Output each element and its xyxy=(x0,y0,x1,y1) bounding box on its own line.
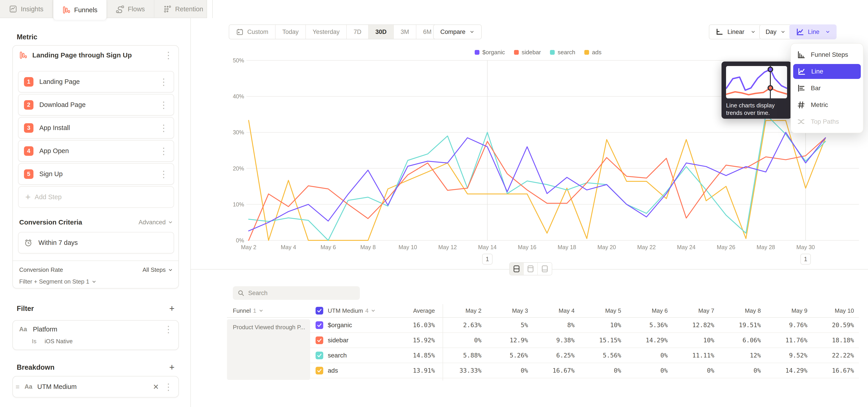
funnel-step-landing-page[interactable]: 1 Landing Page ⋮ xyxy=(18,71,174,92)
menu-item-line[interactable]: Line xyxy=(793,64,861,79)
scale-button[interactable]: Linear xyxy=(709,24,762,39)
range-3m[interactable]: 3M xyxy=(394,25,416,39)
step-label: Download Page xyxy=(39,101,86,108)
funnel-step-download-page[interactable]: 2 Download Page ⋮ xyxy=(18,94,174,116)
line-chart-icon xyxy=(796,28,804,36)
funnel-kebab-menu[interactable]: ⋮ xyxy=(164,51,173,60)
svg-text:May 6: May 6 xyxy=(320,244,336,250)
series-checkbox[interactable] xyxy=(315,321,323,329)
column-header-may-9[interactable]: May 9 xyxy=(761,307,807,314)
day-value: 12% xyxy=(714,352,761,359)
add-breakdown-button[interactable]: + xyxy=(169,362,175,372)
step-kebab-menu[interactable]: ⋮ xyxy=(159,169,168,179)
column-header-may-8[interactable]: May 8 xyxy=(714,307,761,314)
funnel-step-app-open[interactable]: 4 App Open ⋮ xyxy=(18,140,174,162)
remove-breakdown-icon[interactable]: ✕ xyxy=(153,383,159,391)
tooltip-text: Line charts display trends over time. xyxy=(726,102,788,117)
breakdown-table: Funnel1 UTM Medium 4AverageMay 2May 3May… xyxy=(227,304,859,378)
filter-card[interactable]: Aa Platform ⋮ Is iOS Native xyxy=(12,320,179,350)
legend-swatch xyxy=(584,50,589,55)
conversion-rate-label: Conversion Rate xyxy=(19,267,63,273)
chart-type-button[interactable]: Line xyxy=(789,24,837,39)
annotation-badge-may-30[interactable]: 1 xyxy=(800,254,811,264)
step-kebab-menu[interactable]: ⋮ xyxy=(159,147,168,156)
svg-text:May 8: May 8 xyxy=(360,244,376,250)
day-value: 16.67% xyxy=(528,367,575,374)
column-header-may-2[interactable]: May 2 xyxy=(435,307,482,314)
tab-insights[interactable]: Insights xyxy=(0,0,53,18)
menu-item-funnel-steps[interactable]: Funnel Steps xyxy=(791,46,863,63)
range-custom[interactable]: Custom xyxy=(229,25,276,39)
legend-item-sidebar[interactable]: sidebar xyxy=(514,49,541,56)
range-yesterday[interactable]: Yesterday xyxy=(306,25,347,39)
funnel-step-sign-up[interactable]: 5 Sign Up ⋮ xyxy=(18,163,174,185)
add-filter-button[interactable]: + xyxy=(169,304,175,314)
legend-item-organic[interactable]: $organic xyxy=(475,49,505,56)
advanced-dropdown[interactable]: Advanced xyxy=(138,219,173,226)
step-kebab-menu[interactable]: ⋮ xyxy=(159,77,168,86)
series-checkbox[interactable] xyxy=(315,337,323,344)
svg-text:20%: 20% xyxy=(233,165,244,171)
column-header-may-5[interactable]: May 5 xyxy=(575,307,621,314)
range-today[interactable]: Today xyxy=(276,25,306,39)
series-checkbox[interactable] xyxy=(315,367,323,374)
breakdown-kebab-menu[interactable]: ⋮ xyxy=(164,382,173,392)
column-header-may-3[interactable]: May 3 xyxy=(482,307,528,314)
svg-text:May 24: May 24 xyxy=(677,244,695,250)
day-value: 19.51% xyxy=(714,321,761,328)
column-header-may-10[interactable]: May 10 xyxy=(807,307,854,314)
compare-button[interactable]: Compare xyxy=(433,24,482,39)
filter-segment-dropdown[interactable]: Filter + Segment on Step 1 xyxy=(19,278,96,285)
filter-kebab-menu[interactable]: ⋮ xyxy=(164,325,173,334)
add-step-button[interactable]: + Add Step xyxy=(18,186,174,208)
query-builder-sidebar: Metric Landing Page through Sign Up ⋮ 1 … xyxy=(0,18,191,407)
column-header-average[interactable]: Average xyxy=(387,307,435,314)
annotation-badge-may-14[interactable]: 1 xyxy=(482,254,493,264)
interval-button[interactable]: Day xyxy=(759,24,792,39)
tab-retention[interactable]: Retention xyxy=(154,0,213,18)
svg-text:May 12: May 12 xyxy=(438,244,457,250)
menu-item-metric[interactable]: Metric xyxy=(791,97,863,113)
menu-item-bar[interactable]: Bar xyxy=(791,80,863,97)
layout-chart-focus-icon xyxy=(527,264,534,273)
svg-text:May 22: May 22 xyxy=(637,244,656,250)
column-header-may-6[interactable]: May 6 xyxy=(621,307,668,314)
day-value: 0% xyxy=(575,367,621,374)
breakdown-card[interactable]: ≡ Aa UTM Medium ✕ ⋮ xyxy=(12,376,179,398)
menu-item-label: Bar xyxy=(811,85,821,92)
search-input[interactable] xyxy=(248,290,355,296)
series-checkbox[interactable] xyxy=(315,352,323,359)
day-value: 9.76% xyxy=(761,321,807,328)
drag-handle-icon[interactable]: ≡ xyxy=(16,383,20,391)
step-kebab-menu[interactable]: ⋮ xyxy=(159,123,168,132)
step-kebab-menu[interactable]: ⋮ xyxy=(159,100,168,109)
layout-table-focus-button[interactable] xyxy=(538,263,552,275)
legend-item-ads[interactable]: ads xyxy=(584,49,601,56)
range-7d[interactable]: 7D xyxy=(347,25,369,39)
column-header-may-7[interactable]: May 7 xyxy=(668,307,714,314)
select-all-checkbox[interactable] xyxy=(315,307,323,315)
layout-chart-focus-button[interactable] xyxy=(524,263,538,275)
table-body: $organic16.03%2.63%5%8%10%5.36%12.82%19.… xyxy=(227,318,859,378)
filter-value[interactable]: iOS Native xyxy=(44,338,72,345)
filter-operator[interactable]: Is xyxy=(32,338,36,345)
conversion-rate-dropdown[interactable]: All Steps xyxy=(143,267,173,273)
table-column-divider xyxy=(442,304,443,380)
funnel-step-app-install[interactable]: 3 App Install ⋮ xyxy=(18,117,174,138)
tab-funnels[interactable]: Funnels xyxy=(53,0,107,20)
conversion-window-button[interactable]: Within 7 days xyxy=(18,232,174,253)
layout-split-rows-button[interactable] xyxy=(510,263,524,275)
funnel-column-dropdown[interactable]: Funnel1 xyxy=(233,307,264,314)
legend-item-search[interactable]: search xyxy=(550,49,575,56)
table-search[interactable] xyxy=(233,286,360,300)
breakdown-column-dropdown[interactable]: UTM Medium 4 xyxy=(310,307,387,315)
day-value: 14.29% xyxy=(621,337,668,344)
column-header-may-4[interactable]: May 4 xyxy=(528,307,575,314)
legend-swatch xyxy=(475,50,479,55)
menu-item-label: Line xyxy=(811,68,823,75)
retention-icon xyxy=(163,5,172,13)
range-30d[interactable]: 30D xyxy=(369,25,394,39)
day-value: 0% xyxy=(621,367,668,374)
tab-flows[interactable]: Flows xyxy=(107,0,154,18)
svg-text:May 20: May 20 xyxy=(597,244,616,250)
